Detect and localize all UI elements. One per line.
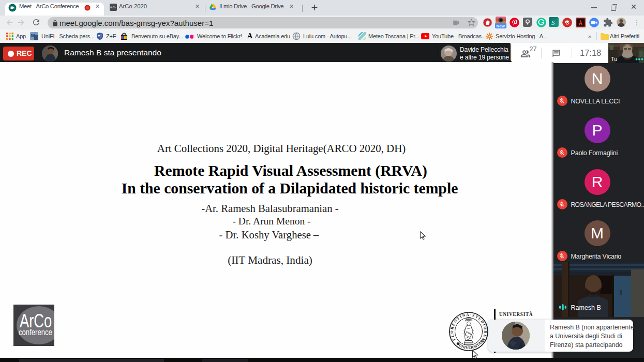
svg-text:Tu: Tu <box>611 56 617 62</box>
svg-text:S: S <box>551 19 555 26</box>
svg-text:New: New <box>496 24 505 28</box>
